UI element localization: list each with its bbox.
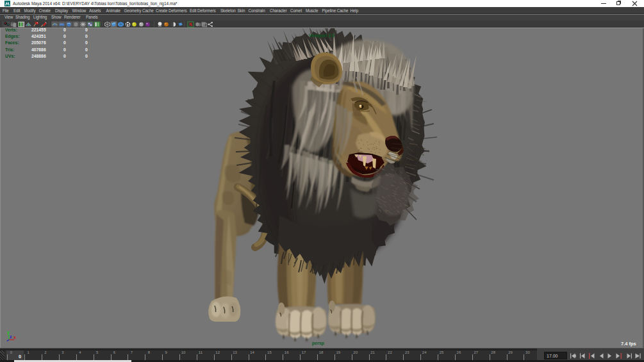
svg-text:x: x [13, 335, 16, 340]
svg-text:z: z [10, 334, 12, 339]
